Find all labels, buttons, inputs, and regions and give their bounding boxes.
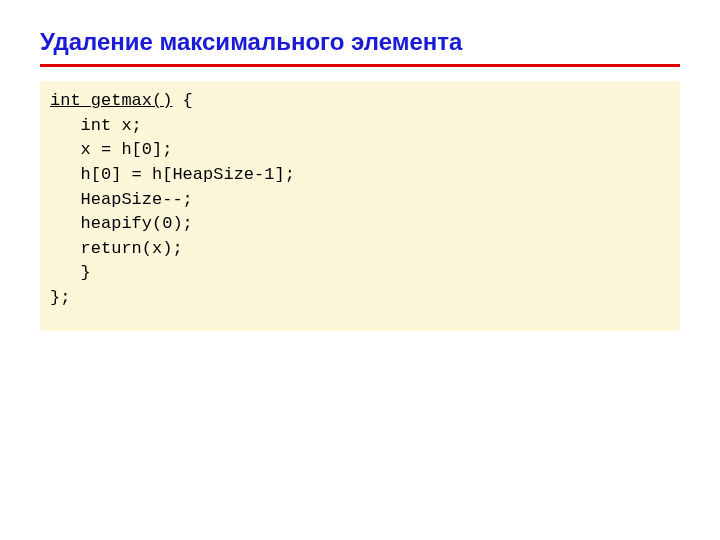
code-line-3: x = h[0]; [50, 138, 670, 163]
code-line-6: heapify(0); [50, 212, 670, 237]
title-underline [40, 64, 680, 67]
slide-title: Удаление максимального элемента [40, 28, 680, 56]
code-fragment: { [172, 91, 192, 110]
code-line-4: h[0] = h[HeapSize-1]; [50, 163, 670, 188]
code-block: int getmax() { int x; x = h[0]; h[0] = h… [40, 81, 680, 331]
code-line-2: int x; [50, 114, 670, 139]
code-line-1: int getmax() { [50, 89, 670, 114]
code-line-8: } [50, 261, 670, 286]
code-line-5: HeapSize--; [50, 188, 670, 213]
code-line-7: return(x); [50, 237, 670, 262]
slide-container: Удаление максимального элемента int getm… [0, 0, 720, 359]
code-line-9: }; [50, 286, 670, 311]
function-signature: int getmax() [50, 91, 172, 110]
